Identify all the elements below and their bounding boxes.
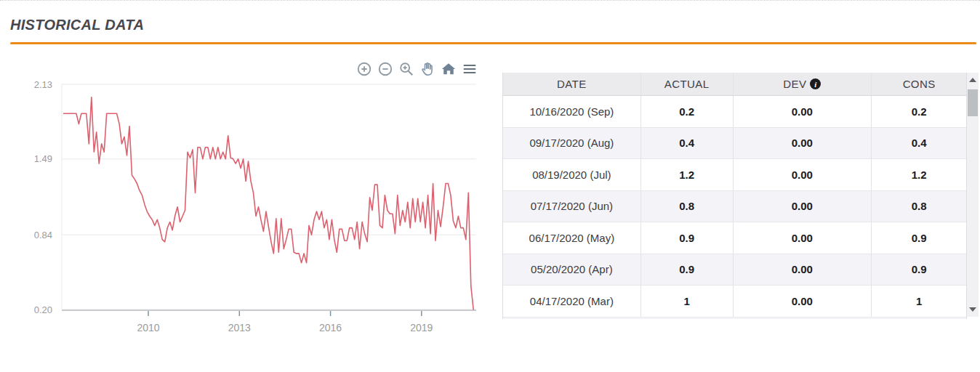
date-cell: 05/20/2020 (Apr) [503,254,641,286]
table-row-partial [503,318,966,320]
date-cell: 07/17/2020 (Jun) [503,191,641,222]
x-axis-label: 2019 [410,322,433,333]
cons-cell: 0.9 [872,254,966,286]
table-row[interactable]: 08/19/2020 (Jul)1.20.001.2 [503,159,966,191]
cons-cell: 0.4 [872,128,966,159]
history-chart: 2.131.490.840.202010201320162019 [22,59,502,349]
x-axis-label: 2010 [137,322,159,333]
cons-cell: 0.8 [872,191,966,222]
date-cell: 08/19/2020 (Jul) [503,159,641,190]
data-series-line [64,97,474,310]
history-line-chart[interactable]: 2.131.490.840.202010201320162019 [22,59,502,349]
x-axis-label: 2013 [228,322,251,333]
actual-cell: 0.9 [641,222,734,254]
column-header-cons: CONS [872,73,966,95]
dev-cell: 0.00 [734,286,872,317]
table-row[interactable]: 09/17/2020 (Aug)0.40.000.4 [503,128,966,160]
y-axis-label: 2.13 [34,79,52,90]
dev-cell: 0.00 [734,254,872,286]
info-icon[interactable]: i [810,78,821,89]
column-header-date: DATE [503,73,641,95]
cons-cell: 1.2 [872,159,966,190]
table-body: 10/16/2020 (Sep)0.20.000.209/17/2020 (Au… [503,96,966,319]
date-cell: 04/17/2020 (Mar) [503,286,641,317]
actual-cell: 0.2 [641,96,734,127]
cons-cell: 0.2 [872,96,966,127]
column-header-date-label: DATE [557,78,587,90]
dev-cell: 0.00 [734,96,872,127]
y-axis-label: 1.49 [34,153,52,164]
actual-cell: 0.9 [641,254,734,286]
column-header-actual: ACTUAL [641,73,734,95]
date-cell: 06/17/2020 (May) [503,222,641,254]
actual-cell: 1.2 [641,159,734,190]
historical-data-panel: HISTORICAL DATA 2.131.490.840.2020102013… [0,0,980,372]
cons-cell: 1 [872,286,966,317]
triangle-down-icon [969,307,976,312]
table-scrollbar[interactable] [967,73,979,317]
dev-cell: 0.00 [734,222,872,254]
table-row[interactable]: 06/17/2020 (May)0.90.000.9 [503,222,966,254]
actual-cell: 0.8 [641,191,734,222]
scrollbar-thumb[interactable] [968,89,978,116]
table-row[interactable]: 04/17/2020 (Mar)10.001 [503,286,966,318]
date-cell: 10/16/2020 (Sep) [503,96,641,127]
cons-cell: 0.9 [872,222,966,254]
date-cell: 09/17/2020 (Aug) [503,128,641,159]
table-row[interactable]: 05/20/2020 (Apr)0.90.000.9 [503,254,966,286]
scroll-up-button[interactable] [967,74,979,86]
actual-cell: 1 [641,286,734,317]
page-title: HISTORICAL DATA [10,17,144,33]
x-axis-label: 2016 [319,322,342,333]
table-row[interactable]: 07/17/2020 (Jun)0.80.000.8 [503,191,966,223]
title-underline [10,42,976,44]
dev-cell: 0.00 [734,128,872,159]
column-header-cons-label: CONS [903,78,936,90]
triangle-up-icon [969,78,976,82]
dev-cell: 0.00 [734,191,872,222]
historical-table: DATE ACTUAL DEVi CONS 10/16/2020 (Sep)0.… [502,73,967,319]
actual-cell: 0.4 [641,128,734,159]
y-axis-label: 0.20 [34,304,52,315]
y-axis-label: 0.84 [34,230,52,240]
dev-cell: 0.00 [734,159,872,190]
column-header-dev-label: DEV [783,78,806,90]
column-header-dev: DEVi [734,73,872,95]
column-header-actual-label: ACTUAL [664,78,710,90]
table-row[interactable]: 10/16/2020 (Sep)0.20.000.2 [503,96,966,128]
scroll-down-button[interactable] [967,304,979,315]
table-header: DATE ACTUAL DEVi CONS [503,73,966,96]
